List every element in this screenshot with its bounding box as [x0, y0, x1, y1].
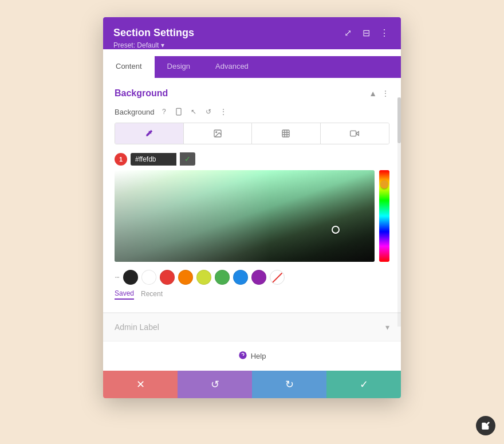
- cancel-button[interactable]: ✕: [103, 371, 178, 398]
- expand-icon[interactable]: ⤢: [341, 26, 354, 39]
- swatch-orange[interactable]: [178, 270, 193, 285]
- tab-content[interactable]: Content: [103, 56, 155, 78]
- modal-header-icons: ⤢ ⊟ ⋮: [341, 26, 391, 39]
- modal-preset[interactable]: Preset: Default ▾: [113, 41, 391, 49]
- bg-type-tabs: [115, 123, 389, 144]
- section-menu-icon[interactable]: ⋮: [381, 89, 389, 98]
- swatch-yellow[interactable]: [196, 270, 211, 285]
- section-title: Background: [115, 88, 168, 99]
- save-button[interactable]: ✓: [326, 371, 401, 398]
- section-header: Background ▲ ⋮: [115, 88, 389, 99]
- saved-recent-row: Saved Recent: [115, 288, 389, 300]
- swatch-purple[interactable]: [251, 270, 266, 285]
- svg-rect-4: [282, 130, 289, 137]
- bg-help-icon[interactable]: ?: [159, 107, 169, 117]
- help-icon: [238, 351, 247, 362]
- modal-header-top: Section Settings ⤢ ⊟ ⋮: [113, 26, 391, 39]
- tab-design[interactable]: Design: [155, 56, 203, 78]
- bg-tab-gradient[interactable]: [252, 123, 321, 144]
- recent-tab-button[interactable]: Recent: [141, 288, 163, 300]
- svg-rect-0: [176, 108, 181, 115]
- swatch-white[interactable]: [141, 270, 156, 285]
- modal-body: Background ▲ ⋮ Background ?: [103, 78, 401, 371]
- more-swatches-icon[interactable]: ···: [115, 272, 119, 282]
- color-hex-input[interactable]: [131, 153, 176, 166]
- swatch-green[interactable]: [215, 270, 230, 285]
- hue-slider[interactable]: [379, 170, 389, 262]
- admin-label-chevron: ▾: [385, 323, 389, 332]
- modal-title: Section Settings: [113, 27, 194, 39]
- color-step-badge: 1: [115, 153, 127, 166]
- help-row: Help: [103, 341, 401, 371]
- bg-reset-icon[interactable]: ↺: [203, 107, 214, 117]
- bg-options-icon[interactable]: ⋮: [218, 107, 229, 117]
- color-picker-area: 1 ✓: [115, 152, 389, 262]
- columns-icon[interactable]: ⊟: [360, 26, 372, 39]
- section-controls: ▲ ⋮: [369, 89, 389, 98]
- section-settings-modal: Section Settings ⤢ ⊟ ⋮ Preset: Default ▾…: [103, 17, 401, 398]
- swatch-blue[interactable]: [233, 270, 248, 285]
- color-input-row: 1 ✓: [115, 152, 389, 166]
- saved-tab-button[interactable]: Saved: [115, 288, 134, 300]
- bg-device-icon[interactable]: [174, 107, 184, 117]
- modal-overlay: Section Settings ⤢ ⊟ ⋮ Preset: Default ▾…: [0, 0, 504, 444]
- picker-container: [115, 170, 389, 262]
- svg-rect-10: [351, 131, 356, 136]
- bg-label-row: Background ? ↖ ↺ ⋮: [115, 107, 389, 117]
- scrollbar: [397, 97, 401, 327]
- scrollbar-thumb[interactable]: [397, 97, 401, 143]
- background-section: Background ▲ ⋮ Background ?: [103, 78, 401, 313]
- hue-thumb[interactable]: [380, 180, 388, 188]
- bg-label: Background: [115, 108, 154, 116]
- swatch-row: ···: [115, 270, 389, 285]
- undo-button[interactable]: ↺: [178, 371, 252, 398]
- swatch-none[interactable]: [270, 270, 285, 285]
- svg-marker-9: [356, 132, 359, 136]
- swatch-black[interactable]: [123, 270, 138, 285]
- admin-label-text: Admin Label: [115, 323, 159, 332]
- modal-header: Section Settings ⤢ ⊟ ⋮ Preset: Default ▾: [103, 17, 401, 49]
- color-confirm-button[interactable]: ✓: [180, 152, 195, 166]
- bg-tab-image[interactable]: [184, 123, 253, 144]
- floating-edit-icon[interactable]: [476, 416, 495, 435]
- bg-tab-video[interactable]: [321, 123, 389, 144]
- svg-point-3: [215, 132, 216, 133]
- swatch-red[interactable]: [160, 270, 175, 285]
- bg-tab-color[interactable]: [115, 123, 184, 144]
- help-label[interactable]: Help: [251, 352, 266, 360]
- menu-icon[interactable]: ⋮: [378, 26, 391, 39]
- bg-arrow-icon[interactable]: ↖: [188, 107, 199, 117]
- redo-button[interactable]: ↻: [252, 371, 326, 398]
- modal-tabs: Content Design Advanced: [103, 56, 401, 78]
- modal-footer: ✕ ↺ ↻ ✓: [103, 371, 401, 398]
- gradient-box[interactable]: [115, 170, 375, 262]
- tab-advanced[interactable]: Advanced: [203, 56, 261, 78]
- admin-label-section[interactable]: Admin Label ▾: [103, 313, 401, 341]
- collapse-icon[interactable]: ▲: [369, 89, 377, 98]
